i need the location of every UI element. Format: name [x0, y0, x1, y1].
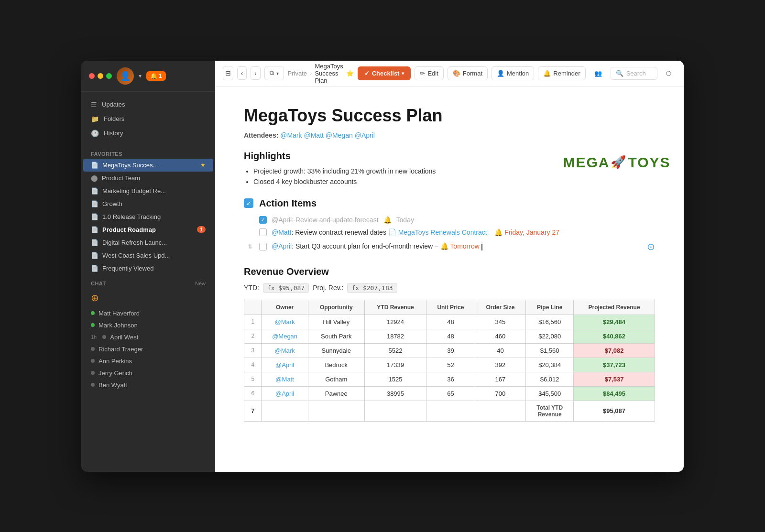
checklist-button[interactable]: ✓ Checklist ▾ — [358, 66, 411, 80]
fav-item-digital[interactable]: 📄 Digital Refresh Launc... — [83, 236, 213, 249]
row-owner[interactable]: @Matt — [262, 372, 308, 386]
chat-name: Mark Johnson — [98, 322, 138, 329]
sidebar-header: 👤 ▾ 🔔 1 — [81, 61, 215, 92]
row-pipeline: $22,080 — [526, 329, 574, 343]
row-ytd: 18782 — [364, 329, 426, 343]
row-proj: $29,484 — [574, 315, 655, 329]
renewal-contract-link[interactable]: MegaToys Renewals Contract — [398, 228, 487, 236]
favorites-list: 📄 MegaToys Succes... ★ ⬤ Product Team 📄 … — [81, 159, 215, 275]
fav-label: Digital Refresh Launc... — [102, 239, 206, 246]
revenue-ytd-row: YTD: fx $95,087 Proj. Rev.: fx $207,183 — [244, 283, 655, 293]
fav-item-megatoys[interactable]: 📄 MegaToys Succes... ★ — [83, 159, 213, 172]
open-external-button[interactable]: ⬡ — [661, 67, 676, 80]
attendee-april[interactable]: @April — [355, 131, 375, 139]
checklist-icon: ✓ — [364, 70, 370, 77]
chat-item-matt[interactable]: Matt Haverford — [81, 307, 215, 319]
row-order: 392 — [475, 358, 526, 372]
fav-item-marketing[interactable]: 📄 Marketing Budget Re... — [83, 185, 213, 197]
row-owner[interactable]: @April — [262, 358, 308, 372]
row-unit: 48 — [426, 315, 475, 329]
forward-button[interactable]: › — [251, 66, 260, 80]
online-dot — [91, 311, 95, 315]
logo-mega-text: MEGA — [563, 154, 610, 171]
collab-button[interactable]: 👥 — [590, 67, 607, 80]
close-button[interactable] — [89, 73, 95, 79]
action-item-3-checkbox[interactable] — [259, 243, 267, 250]
mention-icon: 👤 — [497, 70, 504, 77]
sidebar: 👤 ▾ 🔔 1 ☰ Updates 📁 Folders 🕐 History — [81, 61, 215, 472]
reminder-icon-2: 🔔 — [494, 228, 503, 236]
minimize-button[interactable] — [98, 73, 103, 79]
col-unit: Unit Price — [426, 300, 475, 315]
chat-label: Chat — [91, 281, 106, 286]
add-chat-button[interactable]: ⊕ — [81, 288, 215, 307]
document-title: MegaToys Success Plan — [244, 106, 655, 126]
topbar: ⊟ ‹ › ⧉ ▾ Private › MegaToys Success Pla… — [215, 61, 684, 87]
chat-item-ann[interactable]: Ann Perkins — [81, 355, 215, 367]
drag-handle-icon[interactable]: ⇅ — [248, 243, 252, 250]
chat-item-april[interactable]: 1h April West — [81, 331, 215, 343]
avatar[interactable]: 👤 — [117, 67, 134, 85]
maximize-button[interactable] — [106, 73, 112, 79]
row-pipeline: $16,560 — [526, 315, 574, 329]
chat-item-jerry[interactable]: Jerry Gerich — [81, 367, 215, 379]
attendee-megan[interactable]: @Megan — [326, 131, 353, 139]
chat-name: April West — [110, 334, 138, 341]
open-icon: ⬡ — [666, 70, 671, 77]
attendee-mark[interactable]: @Mark — [280, 131, 302, 139]
format-icon: 🎨 — [453, 70, 460, 77]
col-ytd: YTD Revenue — [364, 300, 426, 315]
sidebar-item-folders[interactable]: 📁 Folders — [81, 112, 215, 126]
search-box[interactable]: 🔍 Search — [611, 67, 657, 80]
fav-label: MegaToys Succes... — [102, 162, 197, 169]
breadcrumb-star: ⭐ — [346, 70, 354, 77]
attendee-matt[interactable]: @Matt — [304, 131, 323, 139]
row-owner[interactable]: @Megan — [262, 329, 308, 343]
revenue-table: Owner Opportunity YTD Revenue Unit Price… — [244, 300, 655, 422]
action-items-icon[interactable]: ✓ — [244, 198, 253, 208]
sidebar-toggle-button[interactable]: ⊟ — [223, 66, 233, 80]
row-proj: $7,082 — [574, 343, 655, 358]
row-owner[interactable]: @April — [262, 386, 308, 401]
table-total-row: 7 Total YTDRevenue $95,087 — [244, 401, 655, 421]
fav-item-release[interactable]: 📄 1.0 Release Tracking — [83, 210, 213, 223]
fav-item-growth[interactable]: 📄 Growth — [83, 197, 213, 210]
row-owner[interactable]: @Mark — [262, 343, 308, 358]
action-item-1-checkbox[interactable]: ✓ — [259, 216, 267, 224]
fav-item-frequently[interactable]: 📄 Frequently Viewed — [83, 262, 213, 275]
action-items-heading: Action Items — [259, 198, 317, 209]
user-dropdown-icon[interactable]: ▾ — [139, 73, 142, 79]
roadmap-badge: 1 — [197, 226, 206, 233]
ytd-formula[interactable]: fx $95,087 — [263, 283, 309, 293]
row-pipeline: $6,012 — [526, 372, 574, 386]
copy-button[interactable]: ⧉ ▾ — [264, 66, 284, 80]
mention-button[interactable]: 👤 Mention — [492, 66, 534, 80]
chat-item-ben[interactable]: Ben Wyatt — [81, 379, 215, 391]
breadcrumb-private: Private — [288, 70, 307, 77]
action-item-2-checkbox[interactable] — [259, 228, 267, 236]
reminder-button[interactable]: 🔔 Reminder — [538, 66, 585, 80]
row-proj: $37,723 — [574, 358, 655, 372]
edit-button[interactable]: ✏ Edit — [415, 66, 443, 80]
fav-item-roadmap[interactable]: 📄 Product Roadmap 1 — [83, 223, 213, 236]
mention-matt[interactable]: @Matt — [272, 228, 291, 236]
fav-item-westcoast[interactable]: 📄 West Coast Sales Upd... — [83, 249, 213, 262]
chat-item-mark[interactable]: Mark Johnson — [81, 319, 215, 331]
fav-item-product-team[interactable]: ⬤ Product Team — [83, 172, 213, 185]
chat-item-richard[interactable]: Richard Traeger — [81, 343, 215, 355]
sidebar-item-history[interactable]: 🕐 History — [81, 126, 215, 141]
row-ytd: 17339 — [364, 358, 426, 372]
row-pipeline: $1,560 — [526, 343, 574, 358]
notification-badge[interactable]: 🔔 1 — [146, 71, 166, 81]
proj-formula[interactable]: fx $207,183 — [347, 283, 397, 293]
sidebar-item-updates[interactable]: ☰ Updates — [81, 98, 215, 112]
expand-icon[interactable]: ⊙ — [647, 241, 655, 252]
col-opportunity: Opportunity — [308, 300, 364, 315]
row-opp: Bedrock — [308, 358, 364, 372]
breadcrumb-sep: › — [310, 70, 312, 77]
format-button[interactable]: 🎨 Format — [448, 66, 488, 80]
back-button[interactable]: ‹ — [237, 66, 247, 80]
row-owner[interactable]: @Mark — [262, 315, 308, 329]
mention-april[interactable]: @April — [272, 242, 292, 250]
circle-icon: ⬤ — [91, 174, 98, 182]
